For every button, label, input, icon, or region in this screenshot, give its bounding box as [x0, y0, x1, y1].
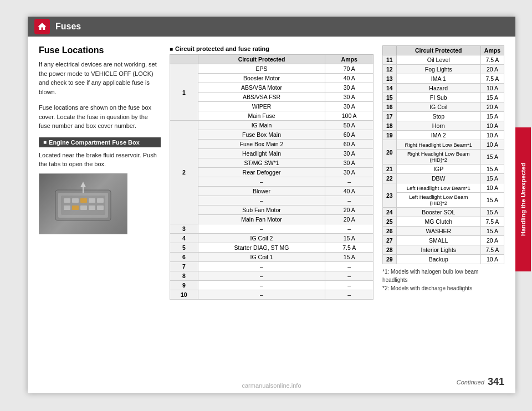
- intro-paragraph-1: If any electrical devices are not workin…: [39, 60, 161, 96]
- right-table-row-amps: 10 A: [480, 255, 504, 264]
- svg-rect-3: [64, 198, 70, 203]
- right-table-row-amps: 15 A: [480, 174, 504, 183]
- left-column: Fuse Locations If any electrical devices…: [39, 45, 161, 300]
- right-table-row-amps: 15 A: [480, 112, 504, 121]
- table-row-amps: –: [325, 281, 374, 290]
- table-row-amps: 60 A: [325, 140, 374, 149]
- section-tab-label: Handling the Unexpected: [520, 163, 526, 236]
- col-num-header: [170, 55, 198, 64]
- watermark: carmanualsonline.info: [28, 382, 515, 389]
- right-table-row-num: 29: [383, 255, 397, 264]
- right-column: Circuit Protected Amps 11Oil Level7.5 A1…: [382, 45, 504, 300]
- table-row: EPS: [198, 64, 325, 74]
- right-table-row-amps: 10 A: [480, 131, 504, 140]
- right-table-row-amps: 10 A: [480, 140, 504, 150]
- fuse-image-inner: [39, 174, 127, 234]
- table-row-amps: 30 A: [325, 149, 374, 158]
- right-table-row-amps: 7.5 A: [480, 55, 504, 65]
- table-row: IG Coil 2: [198, 234, 325, 243]
- page: Handling the Unexpected Fuses Fuse Locat…: [28, 17, 515, 393]
- col-circuit-header: Circuit Protected: [198, 55, 325, 64]
- table-row: –: [198, 281, 325, 290]
- right-table-row: MG Clutch: [396, 217, 480, 227]
- right-table-row-num: 15: [383, 93, 397, 102]
- table-row: ABS/VSA FSR: [198, 93, 325, 102]
- table-row-amps: 30 A: [325, 158, 374, 168]
- table-row-amps: 40 A: [325, 74, 374, 83]
- table-row-amps: –: [325, 224, 374, 234]
- table-row-num: 6: [170, 253, 198, 262]
- right-table-row-num: 28: [383, 245, 397, 255]
- section-tab: Handling the Unexpected: [515, 127, 531, 271]
- table-row-amps: 7.5 A: [325, 243, 374, 253]
- table-row-amps: 20 A: [325, 215, 374, 224]
- right-table-row: Oil Level: [396, 55, 480, 65]
- table-row: Fuse Box Main 2: [198, 140, 325, 149]
- right-table-row: DBW: [396, 174, 480, 183]
- right-table-row-amps: 10 A: [480, 183, 504, 193]
- right-table-row: Fog Lights: [396, 65, 480, 74]
- right-table-row-num: 24: [383, 208, 397, 217]
- right-table-row: IMA 1: [396, 74, 480, 84]
- right-table-row-amps: 20 A: [480, 236, 504, 245]
- main-content: Fuse Locations If any electrical devices…: [28, 37, 515, 309]
- footnote-2: *2: Models with discharge headlights: [382, 284, 504, 292]
- table-row: ABS/VSA Motor: [198, 83, 325, 93]
- table-row: Booster Motor: [198, 74, 325, 83]
- table-row-amps: –: [325, 177, 374, 187]
- table-row: Sub Fan Motor: [198, 206, 325, 215]
- table-row-amps: 50 A: [325, 121, 374, 130]
- table-row: Main Fan Motor: [198, 215, 325, 224]
- svg-rect-7: [97, 198, 104, 203]
- right-table-row-num: 26: [383, 227, 397, 236]
- right-table-row-amps: 15 A: [480, 165, 504, 174]
- right-table-row-num: 27: [383, 236, 397, 245]
- right-table-row-amps: 15 A: [480, 93, 504, 102]
- right-table-row-amps: 20 A: [480, 65, 504, 74]
- svg-rect-11: [89, 206, 95, 210]
- table-row: Fuse Box Main: [198, 130, 325, 140]
- right-table-row-num: 19: [383, 131, 397, 140]
- table-row: –: [198, 196, 325, 206]
- footnote-1: *1: Models with halogen bulb low beam he…: [382, 268, 504, 284]
- right-table-row-num: 21: [383, 165, 397, 174]
- right-table-row: IG Coil: [396, 102, 480, 112]
- table-row: IG Main: [198, 121, 325, 130]
- table-row-num: 8: [170, 271, 198, 281]
- right-table-row-amps: 7.5 A: [480, 245, 504, 255]
- table-row-num: 2: [170, 121, 198, 224]
- right-table-row-amps: 15 A: [480, 150, 504, 165]
- table-row: –: [198, 271, 325, 281]
- home-icon: [34, 19, 50, 34]
- table-row-num: 10: [170, 290, 198, 300]
- right-table-row: Backup: [396, 255, 480, 264]
- table-row: –: [198, 224, 325, 234]
- table-row-amps: 30 A: [325, 83, 374, 93]
- right-col-amps-header: Amps: [480, 46, 504, 55]
- table-row-num: 1: [170, 64, 198, 121]
- right-table-row: Booster SOL: [396, 208, 480, 217]
- right-table-row-amps: 15 A: [480, 227, 504, 236]
- right-table-row: IMA 2: [396, 131, 480, 140]
- table-row-amps: –: [325, 262, 374, 271]
- right-table-row-amps: 7.5 A: [480, 74, 504, 84]
- page-title: Fuses: [55, 22, 81, 32]
- table-row: Main Fuse: [198, 111, 325, 121]
- table-row: Starter DIAG, ST MG: [198, 243, 325, 253]
- svg-rect-12: [97, 206, 104, 210]
- table-row-amps: 20 A: [325, 206, 374, 215]
- table-row: WIPER: [198, 102, 325, 111]
- location-description: Located near the brake fluid reservoir. …: [39, 151, 161, 169]
- right-table-row-amps: 20 A: [480, 102, 504, 112]
- table-row-amps: 70 A: [325, 64, 374, 74]
- table-row-amps: 100 A: [325, 111, 374, 121]
- table-row: –: [198, 262, 325, 271]
- right-table-row: Stop: [396, 112, 480, 121]
- svg-marker-13: [80, 182, 86, 187]
- right-table-row: Right Headlight Low Beam (HID)*2: [396, 150, 480, 165]
- table-row: Headlight Main: [198, 149, 325, 158]
- table-row-amps: –: [325, 271, 374, 281]
- right-table-row-num: 11: [383, 55, 397, 65]
- right-table-row-num: 18: [383, 121, 397, 131]
- table-row-amps: 30 A: [325, 102, 374, 111]
